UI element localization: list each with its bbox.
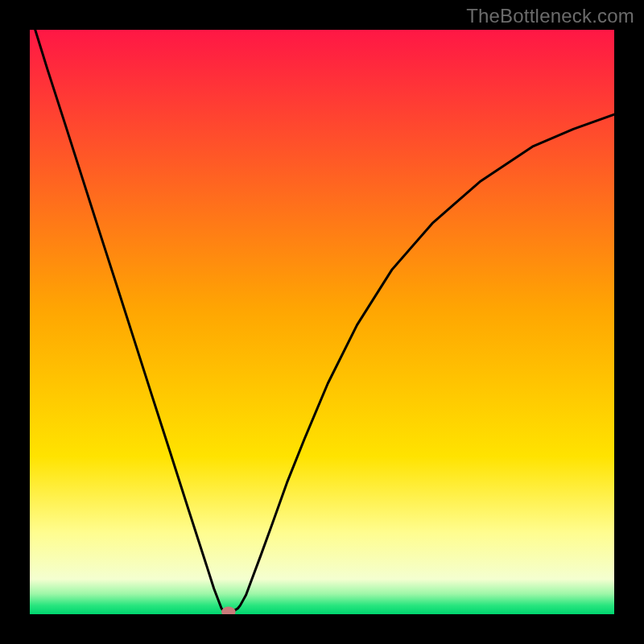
gradient-background: [30, 30, 614, 614]
chart-svg: [30, 30, 614, 614]
chart-frame: TheBottleneck.com: [0, 0, 644, 644]
watermark-text: TheBottleneck.com: [466, 5, 634, 27]
plot-area: [30, 30, 614, 614]
